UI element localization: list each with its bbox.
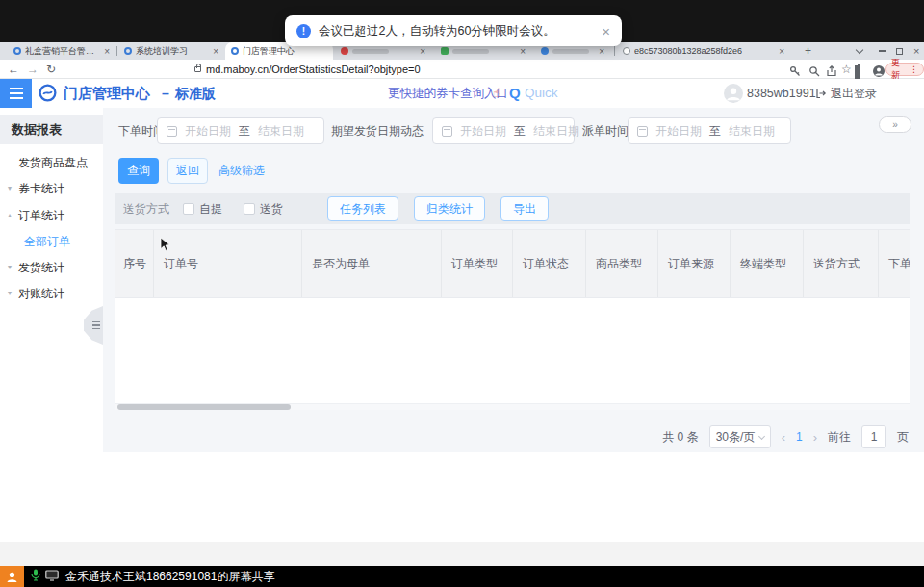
current-page-number[interactable]: 1 [796, 430, 803, 444]
browser-tab-training[interactable]: 系统培训学习 × [118, 42, 224, 60]
sidebar-section-data-reports[interactable]: 数据报表 [0, 115, 103, 144]
forward-icon[interactable]: → [27, 60, 38, 79]
col-order-time: 下单时间 [879, 230, 910, 297]
more-menu-icon[interactable]: ⋮ [910, 64, 918, 74]
col-delivery-method: 送货方式 [804, 230, 879, 297]
task-list-button[interactable]: 任务列表 [327, 196, 398, 221]
tab-close-icon[interactable]: × [520, 46, 526, 57]
col-order-type: 订单类型 [442, 230, 513, 297]
page-unit-label: 页 [897, 429, 909, 446]
next-page-button[interactable]: › [813, 430, 817, 445]
prev-page-button[interactable]: ‹ [782, 430, 785, 445]
globe-favicon-icon [623, 47, 630, 55]
tab-close-icon[interactable]: × [779, 46, 784, 57]
sidebar-item-shipment-inventory[interactable]: 发货商品盘点 [0, 153, 103, 172]
username-text: 8385wb1991 [747, 79, 816, 108]
app-title: 门店管理中心 [64, 79, 150, 108]
pointing-finger-icon: ☝ [493, 79, 500, 108]
app-logo-icon [38, 84, 57, 106]
microphone-icon [31, 568, 40, 585]
logout-icon [815, 88, 827, 99]
expected-ship-date-range-input[interactable]: 开始日期 至 结束日期 [432, 117, 575, 144]
sidebar-item-order-stats[interactable]: ▴ 订单统计 [0, 206, 103, 225]
col-index: 序号 [116, 230, 154, 297]
advanced-filter-link[interactable]: 高级筛选 [218, 158, 265, 184]
checkbox-icon[interactable] [183, 203, 194, 215]
calendar-icon [442, 126, 452, 137]
reload-icon[interactable]: ↻ [46, 60, 56, 79]
logout-button[interactable]: 退出登录 [815, 79, 877, 108]
app-edition: 标准版 [175, 79, 216, 108]
tab-close-icon[interactable]: × [599, 46, 604, 57]
sidebar: 数据报表 发货商品盘点 ▾ 券卡统计 ▴ 订单统计 全部订单 ▾ 发货统计 ▾ … [0, 108, 103, 542]
quick-search-icon[interactable]: Q [509, 79, 521, 108]
table-body-empty [116, 298, 910, 404]
filter-label-dispatch-time: 派单时间 [582, 117, 629, 144]
calendar-icon [167, 126, 177, 137]
sidebar-item-all-orders-active[interactable]: 全部订单 [0, 232, 103, 251]
col-order-status: 订单状态 [513, 230, 586, 297]
sidebar-collapse-handle[interactable] [84, 306, 103, 345]
screen: 礼盒营销平台管理中心 × 系统培训学习 × 门店管理中心 × × × [0, 0, 924, 587]
new-tab-button[interactable]: + [805, 44, 811, 58]
tab-close-icon[interactable]: × [213, 46, 218, 57]
url-text[interactable]: md.maboy.cn/OrderStatisticsDetail?objtyp… [206, 60, 421, 79]
order-time-date-range-input[interactable]: 开始日期 至 结束日期 [157, 117, 324, 144]
tab-title: e8c573080b1328a258fd2e6 [634, 46, 742, 56]
meeting-toast: ! 会议已超过2人，自动转为60分钟限时会议。 × [285, 15, 622, 46]
site-favicon-icon [124, 47, 132, 55]
tab-close-icon[interactable]: × [420, 46, 425, 57]
info-icon: ! [296, 24, 311, 38]
tab-title: 礼盒营销平台管理中心 [25, 45, 100, 58]
tab-divider [116, 46, 117, 56]
checkbox-delivery[interactable]: 送货 [244, 201, 283, 217]
window-menu-button[interactable] [857, 42, 862, 60]
scrollbar-thumb[interactable] [117, 404, 291, 410]
checkbox-self-pickup[interactable]: 自提 [183, 201, 222, 217]
delivery-mode-label: 送货方式 [123, 201, 169, 217]
user-avatar-icon[interactable] [724, 84, 743, 107]
obscured-tab-title [552, 49, 589, 54]
window-close-button[interactable]: × [913, 42, 919, 60]
filter-label-expected-ship-date: 期望发货日期动态 [331, 117, 424, 144]
tab-close-icon[interactable]: × [104, 46, 110, 57]
bookmark-star-icon[interactable]: ☆ [841, 60, 852, 79]
browser-tab-hash[interactable]: e8c573080b1328a258fd2e6 × [617, 42, 790, 60]
goto-label: 前往 [828, 429, 851, 446]
toast-close-icon[interactable]: × [602, 24, 610, 38]
site-favicon-icon [441, 47, 449, 55]
tab-title: 系统培训学习 [136, 45, 188, 58]
browser-update-button[interactable]: 更新 ⋮ [886, 63, 924, 76]
horizontal-scrollbar[interactable] [116, 404, 910, 410]
dispatch-time-date-range-input[interactable]: 开始日期 至 结束日期 [628, 117, 791, 144]
toolbar: 送货方式 自提 送货 任务列表 归类统计 导出 [116, 193, 910, 224]
checkbox-icon[interactable] [244, 203, 255, 215]
table-header-row: 序号 订单号 是否为母单 订单类型 订单状态 商品类型 订单来源 终端类型 送货… [116, 229, 910, 298]
chevron-down-icon [758, 432, 765, 439]
quick-label[interactable]: Quick [525, 79, 558, 108]
expand-filters-button[interactable]: » [879, 116, 911, 133]
calendar-icon [637, 126, 648, 137]
sidebar-item-coupon-stats[interactable]: ▾ 券卡统计 [0, 179, 103, 198]
total-count-text: 共 0 条 [662, 429, 698, 446]
window-minimize-button[interactable] [879, 42, 886, 60]
back-icon[interactable]: ← [8, 60, 19, 79]
classify-stats-button[interactable]: 归类统计 [414, 196, 485, 221]
browser-tab-gift-platform[interactable]: 礼盒营销平台管理中心 × [8, 42, 116, 60]
menu-hamburger-button[interactable] [0, 79, 32, 108]
app-header: 门店管理中心 – 标准版 更快捷的券卡查询入口 ☝ Q Quick 8385wb… [0, 79, 924, 108]
main-content: 下单时间 开始日期 至 结束日期 期望发货日期动态 开始日期 至 结束日期 派单… [103, 108, 924, 542]
site-favicon-icon [341, 47, 348, 55]
export-button[interactable]: 导出 [500, 196, 549, 221]
quick-card-entry-link[interactable]: 更快捷的券卡查询入口 [388, 79, 508, 108]
page-size-select[interactable]: 30条/页 [709, 425, 771, 448]
sidebar-item-reconciliation-stats[interactable]: ▾ 对账统计 [0, 284, 103, 303]
toast-message: 会议已超过2人，自动转为60分钟限时会议。 [319, 23, 555, 39]
back-button[interactable]: 返回 [167, 158, 208, 184]
lock-icon[interactable] [194, 66, 201, 72]
sidebar-item-shipping-stats[interactable]: ▾ 发货统计 [0, 258, 103, 277]
goto-page-input[interactable] [861, 425, 886, 448]
mouse-cursor [160, 237, 171, 256]
browser-address-bar: ← → ↻ md.maboy.cn/OrderStatisticsDetail?… [0, 60, 924, 79]
query-button[interactable]: 查询 [118, 158, 159, 184]
